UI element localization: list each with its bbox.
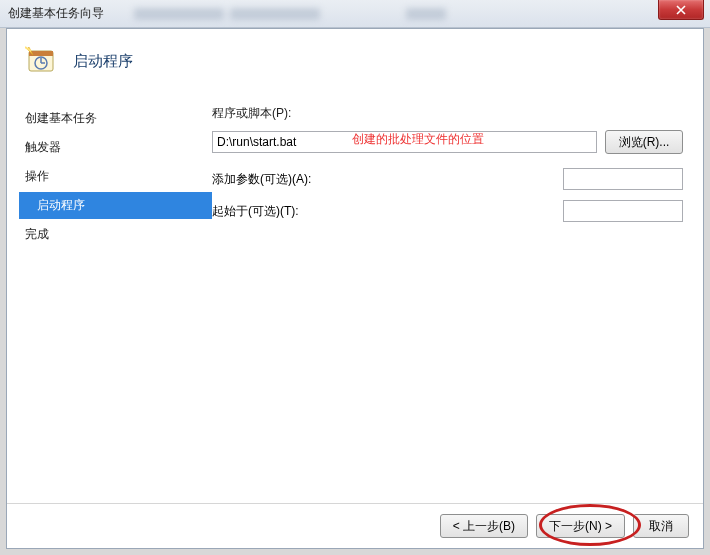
svg-rect-1 — [29, 51, 53, 56]
sidebar-item-start-program[interactable]: 启动程序 — [19, 192, 212, 219]
sidebar-item-trigger[interactable]: 触发器 — [19, 134, 212, 161]
sidebar-item-finish[interactable]: 完成 — [19, 221, 212, 248]
window-title: 创建基本任务向导 — [8, 5, 104, 22]
args-input[interactable] — [563, 168, 683, 190]
sidebar-item-label: 完成 — [25, 227, 49, 241]
close-button[interactable] — [658, 0, 704, 20]
wizard-main: 程序或脚本(P): 浏览(R)... 创建的批处理文件的位置 添加参数(可选)(… — [212, 105, 703, 503]
annotation-program-note: 创建的批处理文件的位置 — [352, 131, 484, 148]
cancel-button[interactable]: 取消 — [633, 514, 689, 538]
program-label: 程序或脚本(P): — [212, 105, 683, 126]
wizard-footer: < 上一步(B) 下一步(N) > 取消 — [7, 503, 703, 548]
titlebar-blur-decor — [134, 8, 446, 20]
args-label: 添加参数(可选)(A): — [212, 171, 311, 188]
sidebar-item-label: 创建基本任务 — [25, 111, 97, 125]
page-title: 启动程序 — [73, 52, 133, 71]
sidebar-item-create-basic-task[interactable]: 创建基本任务 — [19, 105, 212, 132]
window-body: 启动程序 创建基本任务 触发器 操作 启动程序 完成 程序或脚本(P): 浏览(… — [6, 28, 704, 549]
sidebar-item-label: 操作 — [25, 169, 49, 183]
wizard-icon — [25, 45, 57, 77]
next-button[interactable]: 下一步(N) > — [536, 514, 625, 538]
sidebar-item-action[interactable]: 操作 — [19, 163, 212, 190]
browse-button[interactable]: 浏览(R)... — [605, 130, 683, 154]
wizard-content: 创建基本任务 触发器 操作 启动程序 完成 程序或脚本(P): 浏览(R)...… — [7, 105, 703, 503]
close-icon — [676, 5, 686, 15]
wizard-sidebar: 创建基本任务 触发器 操作 启动程序 完成 — [7, 105, 212, 503]
back-button[interactable]: < 上一步(B) — [440, 514, 528, 538]
startin-input[interactable] — [563, 200, 683, 222]
wizard-header: 启动程序 — [7, 29, 703, 105]
sidebar-item-label: 触发器 — [25, 140, 61, 154]
startin-label: 起始于(可选)(T): — [212, 203, 299, 220]
sidebar-item-label: 启动程序 — [37, 198, 85, 212]
titlebar: 创建基本任务向导 — [0, 0, 710, 28]
